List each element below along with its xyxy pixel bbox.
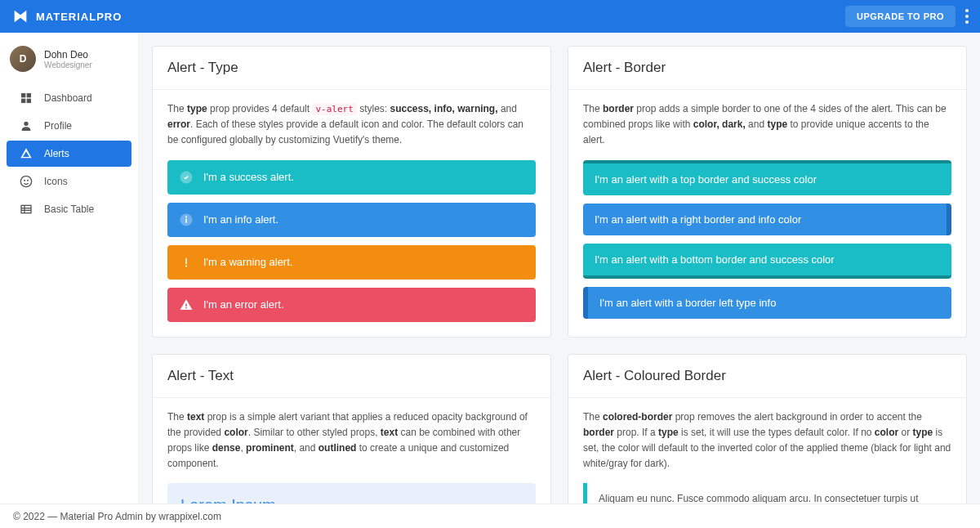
sidebar-item-alerts[interactable]: Alerts (7, 141, 131, 167)
sidebar-item-label: Icons (44, 176, 68, 187)
sidebar-item-basic-table[interactable]: Basic Table (7, 196, 131, 222)
svg-point-17 (185, 265, 187, 266)
svg-rect-2 (21, 99, 25, 103)
exclamation-icon (179, 255, 194, 270)
coloured-border-alert: Aliquam eu nunc. Fusce commodo aliquam a… (583, 483, 951, 503)
text-alert-lorem: Lorem Ipsum Maecenas nec odio et ante ti… (167, 483, 536, 503)
footer: © 2022 — Material Pro Admin by wrappixel… (0, 503, 980, 528)
svg-point-6 (24, 180, 25, 181)
svg-rect-0 (21, 93, 25, 97)
user-name: Dohn Deo (44, 49, 92, 60)
svg-rect-14 (185, 218, 187, 222)
avatar: D (10, 46, 36, 72)
card-description: The border prop adds a simple border to … (583, 101, 951, 149)
alert-border-left: I'm an alert with a border left type inf… (583, 287, 951, 319)
alert-border-right: I'm an alert with a right border and inf… (583, 204, 951, 235)
svg-point-4 (24, 122, 28, 126)
alert-info: I'm an info alert. (167, 203, 536, 237)
alert-warning: I'm a warning alert. (167, 245, 536, 280)
sidebar-item-label: Profile (44, 120, 72, 132)
sidebar-item-label: Basic Table (44, 204, 94, 215)
alert-success: I'm a success alert. (167, 160, 536, 195)
card-alert-text: Alert - Text The text prop is a simple a… (152, 354, 551, 503)
sidebar-item-label: Dashboard (44, 92, 92, 104)
sidebar-item-icons[interactable]: Icons (7, 168, 131, 195)
footer-text: © 2022 — Material Pro Admin by wrappixel… (13, 511, 221, 522)
text-alert-title: Lorem Ipsum (180, 496, 523, 503)
card-title: Alert - Type (153, 47, 550, 90)
svg-rect-8 (21, 205, 31, 213)
sidebar-item-profile[interactable]: Profile (7, 113, 131, 139)
sidebar-item-label: Alerts (44, 148, 69, 159)
card-alert-border: Alert - Border The border prop adds a si… (568, 46, 967, 338)
alert-border-top: I'm an alert with a top border and succe… (583, 160, 951, 195)
logo[interactable]: MATERIALPRO (11, 7, 122, 25)
sidebar-item-dashboard[interactable]: Dashboard (7, 85, 131, 111)
table-icon (20, 203, 33, 216)
emoji-icon (20, 175, 33, 188)
info-icon (179, 213, 194, 227)
card-alert-type: Alert - Type The type prop provides 4 de… (152, 46, 551, 338)
sidebar: D Dohn Deo Webdesigner Dashboard Profile… (0, 33, 139, 503)
svg-rect-3 (27, 99, 31, 103)
topbar: MATERIALPRO UPGRADE TO PRO (0, 0, 980, 33)
logo-icon (11, 7, 29, 25)
svg-point-15 (185, 216, 187, 217)
menu-dots-icon[interactable] (965, 9, 969, 24)
dashboard-icon (20, 92, 33, 105)
card-description: The colored-border prop removes the aler… (583, 409, 951, 472)
alert-error: I'm an error alert. (167, 288, 536, 322)
svg-point-7 (27, 180, 29, 181)
alert-icon (20, 147, 33, 160)
card-title: Alert - Border (568, 47, 966, 90)
svg-point-5 (20, 176, 31, 186)
svg-rect-1 (27, 93, 31, 97)
card-title: Alert - Coloured Border (568, 355, 966, 398)
card-description: The type prop provides 4 default v-alert… (167, 101, 536, 149)
card-alert-coloured-border: Alert - Coloured Border The colored-bord… (568, 354, 967, 503)
warning-triangle-icon (179, 298, 194, 312)
alert-border-bottom: I'm an alert with a bottom border and su… (583, 244, 951, 279)
main-content: Alert - Type The type prop provides 4 de… (139, 33, 980, 503)
card-description: The text prop is a simple alert variant … (167, 409, 536, 472)
logo-text: MATERIALPRO (36, 11, 122, 23)
user-role: Webdesigner (44, 60, 92, 69)
card-title: Alert - Text (153, 355, 550, 398)
upgrade-button[interactable]: UPGRADE TO PRO (845, 6, 956, 27)
user-block[interactable]: D Dohn Deo Webdesigner (0, 41, 138, 83)
profile-icon (20, 119, 33, 132)
check-circle-icon (179, 170, 194, 185)
svg-rect-16 (185, 257, 187, 264)
